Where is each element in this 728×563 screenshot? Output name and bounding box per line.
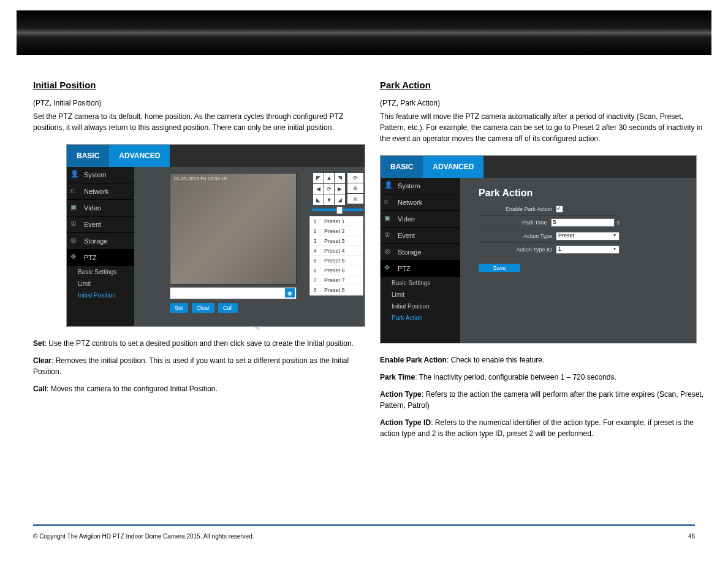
sidebar-sub-limit[interactable]: Limit [67,278,134,289]
sidebar-item-system[interactable]: 👤System [381,178,460,194]
chevron-down-icon: ▾ [613,232,616,238]
sidebar-sub-basic[interactable]: Basic Settings [67,266,134,278]
left-screenshot: BASIC ADVANCED 👤System ⎌Network ▣Video ①… [66,144,365,327]
sidebar-item-video[interactable]: ▣Video [67,200,134,216]
sidebar-item-ptz[interactable]: ✥PTZ [381,261,460,277]
sidebar-sub-park[interactable]: Park Action [381,312,460,324]
aux-zoom[interactable]: ⊕ [347,183,363,193]
sidebar-item-network[interactable]: ⎌Network [381,194,460,211]
preset-row[interactable]: 6Preset 6 [310,266,363,275]
aux-iris[interactable]: ◎ [347,194,363,204]
action-id-select[interactable]: 1▾ [556,245,620,254]
speed-slider[interactable] [312,209,363,211]
ptz-dpad[interactable]: ◤ ▲ ◥ ◀ ⟳ ▶ ◣ ▼ ◢ [313,173,345,205]
snapshot-button[interactable]: ◉ [285,288,295,297]
clear-button[interactable]: Clear [192,303,215,313]
sidebar-sub-basic[interactable]: Basic Settings [381,277,460,289]
dpad-e[interactable]: ▶ [335,184,345,194]
panel-title: Park Action [479,188,533,199]
ptz-icon: ✥ [384,264,394,274]
preset-row[interactable]: 1Preset 1 [310,216,363,226]
preset-row[interactable]: 2Preset 2 [310,226,363,236]
footer-copyright: © Copyright The Avigilon HD PTZ Indoor D… [33,533,254,540]
right-desc-actionid: Action Type ID: Refers to the numerical … [380,417,711,439]
header-banner [17,10,711,55]
sidebar-sub-initial[interactable]: Initial Position [381,301,460,312]
dpad-se[interactable]: ◢ [335,194,345,205]
tab-basic[interactable]: BASIC [381,156,423,178]
dpad-ne[interactable]: ◥ [335,173,345,183]
park-time-unit: s [617,220,620,226]
disk-icon: ◎ [384,247,394,257]
alert-icon: ① [384,231,394,240]
ptz-icon: ✥ [70,253,80,262]
right-desc-actiontype: Action Type: Refers to the action the ca… [380,389,711,411]
sidebar-item-event[interactable]: ①Event [67,216,134,233]
dpad-sw[interactable]: ◣ [313,194,324,205]
tab-basic[interactable]: BASIC [67,145,109,167]
aux-undo[interactable]: ⟳ [347,173,363,183]
user-icon: 👤 [70,170,80,180]
video-osd: 01-23-2015 Fri 12:30:15 [174,176,227,182]
park-time-label: Park Time [479,220,551,226]
action-type-label: Action Type [479,233,556,239]
left-desc-clear: Clear: Removes the initial position. Thi… [33,355,364,377]
ptz-aux: ⟳ ⊕ ◎ [347,173,363,204]
sidebar-item-ptz[interactable]: ✥PTZ [67,250,134,266]
set-button[interactable]: Set [170,303,188,313]
sidebar-item-video[interactable]: ▣Video [381,211,460,228]
network-icon: ⎌ [384,197,394,207]
dpad-center[interactable]: ⟳ [324,184,335,194]
right-desc-enable: Enable Park Action: Check to enable this… [380,354,711,366]
dpad-s[interactable]: ▼ [324,194,335,205]
save-button[interactable]: Save [479,264,520,272]
sidebar-item-network[interactable]: ⎌Network [67,183,134,200]
preset-row[interactable]: 7Preset 7 [310,275,363,285]
action-id-label: Action Type ID [479,247,556,253]
tab-advanced[interactable]: ADVANCED [109,145,170,167]
camera-icon: ▣ [384,214,394,224]
chevron-down-icon: ▾ [613,246,616,251]
disk-icon: ◎ [70,236,80,246]
right-section-title: Park Action [380,80,711,90]
sidebar-item-event[interactable]: ①Event [381,228,460,244]
alert-icon: ① [70,220,80,229]
preset-row[interactable]: 3Preset 3 [310,236,363,246]
footer-page-number: 46 [688,533,695,540]
left-intro: Set the PTZ camera to its default, home … [33,111,364,133]
sidebar: 👤System ⎌Network ▣Video ①Event ◎Storage … [67,167,134,326]
right-desc-parktime: Park Time: The inactivity period, config… [380,372,711,383]
dpad-nw[interactable]: ◤ [313,173,324,183]
preset-row[interactable]: 5Preset 5 [310,256,363,266]
action-type-select[interactable]: Preset▾ [556,232,620,240]
sidebar-item-storage[interactable]: ◎Storage [67,233,134,250]
sidebar-item-storage[interactable]: ◎Storage [381,244,460,261]
left-desc-set: Set: Use the PTZ controls to set a desir… [33,338,364,349]
sidebar-item-system[interactable]: 👤System [67,167,134,183]
dpad-w[interactable]: ◀ [313,184,324,194]
right-intro: This feature will move the PTZ camera au… [380,111,711,144]
sidebar: 👤System ⎌Network ▣Video ①Event ◎Storage … [381,178,460,343]
preset-list: 1Preset 1 2Preset 2 3Preset 3 4Preset 4 … [309,216,363,296]
camera-icon: ◉ [287,290,292,296]
left-desc-call: Call: Moves the camera to the configured… [33,383,364,394]
tab-advanced[interactable]: ADVANCED [423,156,483,178]
footer-rule [33,524,695,526]
enable-checkbox[interactable] [556,205,563,213]
dpad-n[interactable]: ▲ [324,173,335,183]
left-section-sub: (PTZ, Initial Position) [33,99,364,107]
camera-icon: ▣ [70,203,80,213]
preset-row[interactable]: 4Preset 4 [310,246,363,256]
sidebar-sub-limit[interactable]: Limit [381,289,460,301]
video-preview: 01-23-2015 Fri 12:30:15 [170,173,297,285]
preset-row[interactable]: 8Preset 8 [310,285,363,295]
park-time-input[interactable]: 5 [551,218,615,227]
preset-name-input[interactable]: ◉ [170,287,297,299]
sidebar-sub-initial[interactable]: Initial Position [67,289,134,301]
network-icon: ⎌ [70,186,80,196]
left-section-title: Initial Position [33,80,364,90]
right-screenshot: BASIC ADVANCED 👤System ⎌Network ▣Video ①… [380,155,697,343]
user-icon: 👤 [384,181,394,191]
call-button[interactable]: Call [218,303,238,313]
enable-label: Enable Park Action [479,206,556,212]
